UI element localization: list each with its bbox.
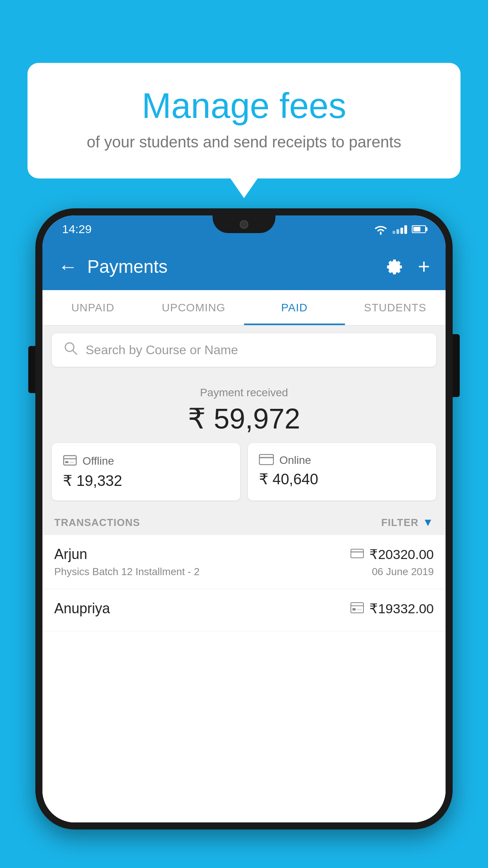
transaction-amount-wrap: ₹20320.00	[350, 546, 434, 562]
tab-students[interactable]: STUDENTS	[345, 290, 446, 325]
speech-bubble-subtitle: of your students and send receipts to pa…	[59, 133, 429, 151]
payment-received-label: Payment received	[52, 386, 436, 399]
transaction-row-top: Arjun ₹20320.00	[54, 546, 434, 563]
wifi-icon	[374, 224, 388, 235]
transaction-list: Arjun ₹20320.00	[42, 535, 446, 822]
svg-rect-4	[65, 461, 68, 463]
speech-bubble-container: Manage fees of your students and send re…	[28, 63, 460, 178]
phone-frame: 14:29	[35, 208, 453, 829]
payment-cards: Offline ₹ 19,332	[42, 443, 446, 510]
payment-received-section: Payment received ₹ 59,972	[42, 375, 446, 443]
transactions-header: TRANSACTIONS FILTER ▼	[42, 510, 446, 535]
offline-card-amount: ₹ 19,332	[63, 472, 229, 489]
search-placeholder: Search by Course or Name	[86, 343, 238, 357]
svg-rect-5	[70, 462, 74, 463]
svg-rect-8	[351, 549, 363, 558]
svg-rect-6	[259, 454, 273, 465]
tabs-container: UNPAID UPCOMING PAID STUDENTS	[42, 290, 446, 326]
filter-label: FILTER	[381, 517, 418, 529]
transaction-name: Arjun	[54, 546, 87, 563]
status-time: 14:29	[62, 223, 92, 236]
offline-payment-icon	[350, 602, 364, 615]
svg-rect-12	[352, 608, 356, 611]
transaction-row[interactable]: Anupriya ₹193	[42, 589, 446, 631]
transaction-row-bottom: Physics Batch 12 Installment - 2 06 June…	[54, 566, 434, 578]
online-icon	[259, 454, 274, 467]
speech-bubble: Manage fees of your students and send re…	[28, 63, 460, 178]
offline-card-label: Offline	[83, 455, 114, 467]
filter-button[interactable]: FILTER ▼	[381, 516, 434, 529]
transaction-row[interactable]: Arjun ₹20320.00	[42, 535, 446, 589]
transaction-name: Anupriya	[54, 600, 110, 617]
online-card-header: Online	[259, 454, 425, 467]
tab-upcoming[interactable]: UPCOMING	[143, 290, 244, 325]
gear-icon[interactable]	[385, 257, 404, 276]
transaction-amount-wrap: ₹19332.00	[350, 601, 434, 616]
transaction-date: 06 June 2019	[372, 566, 434, 578]
status-bar: 14:29	[42, 215, 446, 243]
transaction-amount: ₹20320.00	[369, 546, 434, 562]
search-icon	[64, 341, 78, 359]
status-icons	[374, 224, 426, 235]
signal-icon	[393, 224, 407, 234]
battery-icon	[412, 225, 426, 233]
phone-screen: 14:29	[42, 215, 446, 822]
app-bar-title: Payments	[87, 256, 385, 277]
speech-bubble-title: Manage fees	[59, 86, 429, 125]
svg-rect-10	[351, 603, 363, 613]
notch	[213, 215, 275, 233]
svg-line-1	[73, 350, 77, 354]
svg-rect-13	[356, 609, 362, 610]
filter-icon: ▼	[422, 516, 434, 529]
transactions-label: TRANSACTIONS	[54, 517, 140, 529]
camera-dot	[240, 220, 248, 229]
phone-container: 14:29	[35, 208, 453, 868]
online-card-amount: ₹ 40,640	[259, 471, 425, 488]
transaction-desc: Physics Batch 12 Installment - 2	[54, 566, 200, 578]
offline-payment-card: Offline ₹ 19,332	[52, 443, 240, 500]
online-payment-icon	[350, 549, 364, 560]
offline-card-header: Offline	[63, 454, 229, 468]
transaction-amount: ₹19332.00	[369, 601, 434, 616]
payment-amount: ₹ 59,972	[52, 402, 436, 435]
search-bar[interactable]: Search by Course or Name	[52, 333, 436, 367]
tab-unpaid[interactable]: UNPAID	[42, 290, 143, 325]
tab-paid[interactable]: PAID	[244, 290, 345, 325]
online-payment-card: Online ₹ 40,640	[248, 443, 436, 500]
online-card-label: Online	[279, 454, 311, 467]
app-bar: ← Payments +	[42, 243, 446, 290]
transaction-row-top: Anupriya ₹193	[54, 600, 434, 617]
offline-icon	[63, 454, 77, 468]
svg-rect-2	[64, 456, 76, 465]
back-button[interactable]: ←	[58, 255, 78, 278]
plus-button[interactable]: +	[418, 255, 430, 278]
content-area: Search by Course or Name Payment receive…	[42, 326, 446, 822]
app-bar-icons: +	[385, 255, 430, 278]
